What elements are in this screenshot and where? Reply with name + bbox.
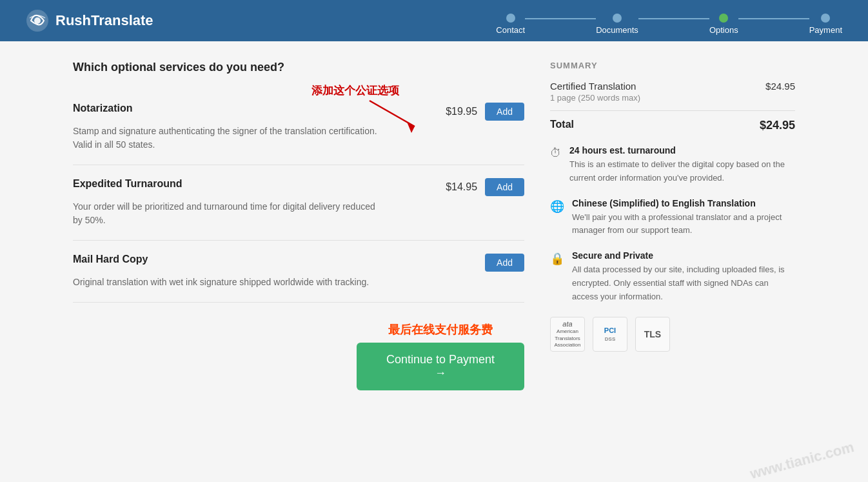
service-notarization: Notarization $19.95 Add Stamp and signat… — [73, 90, 524, 165]
step-documents: Documents — [596, 14, 638, 35]
header: RushTranslate Contact Documents Options … — [0, 0, 868, 41]
service-notarization-name: Notarization — [73, 103, 132, 114]
add-notarization-button[interactable]: Add — [485, 103, 524, 121]
service-mail-right: Add — [485, 254, 524, 272]
logo: RushTranslate — [26, 9, 153, 32]
progress-bar: Contact Documents Options Payment — [496, 7, 842, 35]
info-turnaround-title: 24 hours est. turnaround — [569, 145, 795, 156]
step-label-payment: Payment — [809, 25, 842, 35]
badge-tls: TLS — [635, 317, 670, 352]
info-turnaround: ⏱ 24 hours est. turnaround This is an es… — [550, 145, 795, 185]
logo-icon — [26, 9, 49, 32]
add-expedited-button[interactable]: Add — [485, 178, 524, 196]
info-turnaround-content: 24 hours est. turnaround This is an esti… — [569, 145, 795, 185]
step-dot-documents — [613, 14, 622, 23]
service-expedited-price: $14.95 — [446, 181, 477, 193]
step-options: Options — [709, 14, 738, 35]
info-language-desc: We'll pair you with a professional trans… — [572, 211, 795, 238]
info-language-content: Chinese (Simplified) to English Translat… — [572, 198, 795, 238]
badge-ata: ataAmericanTranslatorsAssociation — [550, 317, 585, 352]
service-mail-header: Mail Hard Copy Add — [73, 254, 524, 272]
chinese-payment-label: 最后在线支付服务费 — [357, 322, 524, 337]
step-contact: Contact — [496, 14, 525, 35]
service-notarization-desc: Stamp and signature authenticating the s… — [73, 125, 382, 152]
clock-icon: ⏱ — [550, 146, 562, 160]
service-mail-desc: Original translation with wet ink signat… — [73, 276, 382, 289]
summary-item-info: Certified Translation 1 page (250 words … — [550, 81, 640, 103]
step-label-contact: Contact — [496, 25, 525, 35]
continue-to-payment-button[interactable]: Continue to Payment → — [357, 343, 524, 390]
info-language-title: Chinese (Simplified) to English Translat… — [572, 198, 795, 208]
info-language: 🌐 Chinese (Simplified) to English Transl… — [550, 198, 795, 238]
step-dot-payment — [821, 14, 830, 23]
summary-divider — [550, 110, 795, 111]
service-expedited-name: Expedited Turnaround — [73, 178, 182, 190]
summary-item-name: Certified Translation — [550, 81, 640, 92]
lock-icon: 🔒 — [550, 252, 564, 266]
step-dot-contact — [506, 14, 515, 23]
logo-text: RushTranslate — [55, 12, 153, 29]
service-mail-name: Mail Hard Copy — [73, 254, 148, 265]
summary-title: SUMMARY — [550, 61, 795, 70]
service-notarization-price: $19.95 — [446, 106, 477, 117]
summary-total-label: Total — [550, 119, 574, 132]
continue-area: 最后在线支付服务费 Continue to Payment → — [73, 322, 524, 390]
left-panel: Which optional services do you need? 添加这… — [73, 61, 524, 390]
info-turnaround-desc: This is an estimate to deliver the digit… — [569, 158, 795, 185]
globe-icon: 🌐 — [550, 199, 564, 214]
step-connector-2 — [638, 18, 709, 19]
info-secure: 🔒 Secure and Private All data processed … — [550, 250, 795, 303]
step-label-options: Options — [709, 25, 738, 35]
svg-point-1 — [34, 17, 41, 24]
info-secure-title: Secure and Private — [572, 250, 795, 261]
service-notarization-right: $19.95 Add — [446, 103, 524, 121]
step-label-documents: Documents — [596, 25, 638, 35]
add-mail-button[interactable]: Add — [485, 254, 524, 272]
trust-badges: ataAmericanTranslatorsAssociation PCIDSS… — [550, 317, 795, 352]
main-content: Which optional services do you need? 添加这… — [47, 61, 821, 390]
service-expedited-right: $14.95 Add — [446, 178, 524, 196]
info-secure-content: Secure and Private All data processed by… — [572, 250, 795, 303]
service-mail: Mail Hard Copy Add Original translation … — [73, 241, 524, 303]
service-expedited-header: Expedited Turnaround $14.95 Add — [73, 178, 524, 196]
service-expedited-desc: Your order will be prioritized and turna… — [73, 200, 382, 227]
summary-item-sub: 1 page (250 words max) — [550, 93, 640, 103]
summary-item-price: $24.95 — [765, 81, 795, 92]
section-title: Which optional services do you need? — [73, 61, 524, 74]
step-connector-1 — [525, 18, 596, 19]
step-connector-3 — [738, 18, 809, 19]
step-payment: Payment — [809, 14, 842, 35]
summary-item-translation: Certified Translation 1 page (250 words … — [550, 81, 795, 103]
service-expedited: Expedited Turnaround $14.95 Add Your ord… — [73, 165, 524, 241]
right-panel: SUMMARY Certified Translation 1 page (25… — [550, 61, 795, 390]
summary-total-price: $24.95 — [760, 119, 795, 132]
step-dot-options — [719, 14, 728, 23]
service-notarization-header: Notarization $19.95 Add — [73, 103, 524, 121]
info-secure-desc: All data processed by our site, includin… — [572, 263, 795, 303]
summary-total: Total $24.95 — [550, 119, 795, 132]
badge-pci: PCIDSS — [593, 317, 627, 352]
